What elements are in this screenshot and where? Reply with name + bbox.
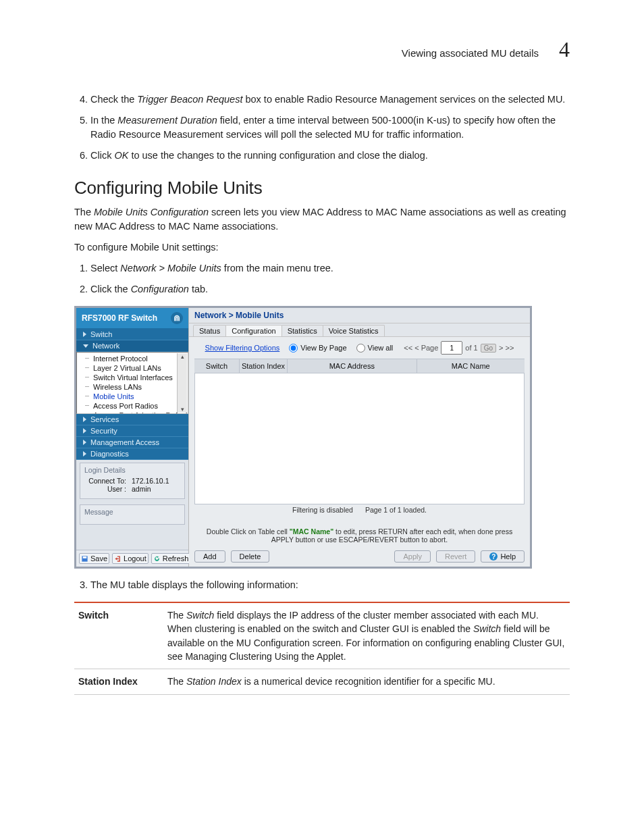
tree-item-layer2-vlans[interactable]: Layer 2 Virtual LANs bbox=[81, 363, 185, 373]
save-icon bbox=[81, 555, 88, 563]
product-title-bar: RFS7000 RF Switch ⋒ bbox=[76, 308, 188, 329]
nav-section-management-access[interactable]: Management Access bbox=[76, 437, 188, 448]
hint-pre: Double Click on Table cell bbox=[207, 527, 290, 536]
tree-item-internet-protocol[interactable]: Internet Protocol bbox=[81, 354, 185, 363]
breadcrumb: Network > Mobile Units bbox=[189, 308, 530, 323]
tree-scrollbar[interactable]: ▴▾ bbox=[177, 353, 187, 413]
refresh-icon bbox=[153, 555, 161, 563]
user-value: admin bbox=[132, 485, 151, 493]
connect-to-value: 172.16.10.1 bbox=[132, 477, 169, 485]
pager: << < Page of 1 Go > >> bbox=[404, 341, 514, 355]
sidebar-button-bar: Save Logout Refresh bbox=[76, 550, 188, 567]
tree-item-access-port-radios[interactable]: Access Port Radios bbox=[81, 401, 185, 411]
step-b1: Select Network > Mobile Units from the m… bbox=[90, 261, 570, 276]
lead-text: To configure Mobile Unit settings: bbox=[74, 240, 570, 255]
delete-button[interactable]: Delete bbox=[231, 550, 270, 563]
pager-next[interactable]: > >> bbox=[499, 344, 514, 352]
pager-prev[interactable]: << < Page bbox=[404, 344, 438, 352]
view-by-page-radio[interactable] bbox=[289, 344, 298, 353]
content-area: Network > Mobile Units Status Configurat… bbox=[189, 308, 530, 567]
nav-section-switch[interactable]: Switch bbox=[76, 329, 188, 340]
user-label: User : bbox=[84, 485, 126, 493]
tab-voice-statistics[interactable]: Voice Statistics bbox=[323, 325, 385, 336]
logout-label: Logout bbox=[124, 554, 146, 563]
chevron-down-icon bbox=[83, 344, 88, 348]
tree-item-wireless-lans[interactable]: Wireless LANs bbox=[81, 382, 185, 392]
step-4: Check the Trigger Beacon Request box to … bbox=[90, 93, 570, 107]
svg-rect-1 bbox=[83, 556, 87, 558]
tab-statistics[interactable]: Statistics bbox=[281, 325, 323, 336]
show-filtering-link[interactable]: Show Filtering Options bbox=[205, 344, 280, 352]
grid-toolbar: Show Filtering Options View By Page View… bbox=[189, 337, 530, 359]
grid-header: Switch Station Index MAC Address MAC Nam… bbox=[194, 359, 525, 373]
nav-section-network[interactable]: Network bbox=[76, 340, 188, 352]
nav-label: Diagnostics bbox=[90, 450, 129, 458]
field-description-table: Switch The Switch field displays the IP … bbox=[74, 602, 570, 694]
steps-list-c: The MU table displays the following info… bbox=[90, 578, 570, 592]
steps-list-b: Select Network > Mobile Units from the m… bbox=[90, 261, 570, 296]
chevron-right-icon bbox=[83, 451, 86, 457]
desc-text: The Switch field displays the IP address… bbox=[163, 602, 570, 669]
desc-row-station-index: Station Index The Station Index is a num… bbox=[74, 669, 570, 694]
desc-name: Switch bbox=[74, 602, 163, 669]
desc-row-switch: Switch The Switch field displays the IP … bbox=[74, 602, 570, 669]
nav-section-services[interactable]: Services bbox=[76, 414, 188, 425]
refresh-label: Refresh bbox=[163, 554, 189, 563]
sidebar: RFS7000 RF Switch ⋒ Switch Network Inter… bbox=[76, 308, 189, 567]
pager-of: of 1 bbox=[465, 344, 477, 352]
col-station-index[interactable]: Station Index bbox=[240, 359, 288, 373]
pager-go-button[interactable]: Go bbox=[481, 344, 496, 353]
refresh-button[interactable]: Refresh bbox=[151, 553, 191, 564]
col-mac-address[interactable]: MAC Address bbox=[288, 359, 417, 373]
save-button[interactable]: Save bbox=[79, 553, 109, 564]
add-button[interactable]: Add bbox=[194, 550, 225, 563]
page-header: Viewing associated MU details 4 bbox=[74, 37, 570, 62]
revert-button[interactable]: Revert bbox=[436, 550, 475, 563]
tab-configuration[interactable]: Configuration bbox=[225, 325, 281, 336]
save-label: Save bbox=[90, 554, 107, 563]
header-title: Viewing associated MU details bbox=[402, 47, 539, 59]
view-all-radio[interactable] bbox=[356, 344, 365, 353]
connect-to-label: Connect To: bbox=[84, 477, 126, 485]
grid-body[interactable] bbox=[194, 373, 525, 504]
nav-label: Services bbox=[90, 415, 119, 423]
nav-label: Management Access bbox=[90, 438, 159, 446]
nav-section-diagnostics[interactable]: Diagnostics bbox=[76, 448, 188, 460]
grid-status-line: Filtering is disabled Page 1 of 1 loaded… bbox=[194, 504, 525, 515]
logout-button[interactable]: Logout bbox=[112, 553, 149, 564]
col-mac-name[interactable]: MAC Name bbox=[417, 359, 525, 373]
brand-logo-icon: ⋒ bbox=[171, 312, 183, 324]
tree-item-access-port-adoption-defaults[interactable]: Access Port Adoption Defaults bbox=[81, 411, 185, 414]
desc-name: Station Index bbox=[74, 669, 163, 694]
page-status: Page 1 of 1 loaded. bbox=[365, 506, 427, 514]
step-b2: Click the Configuration tab. bbox=[90, 282, 570, 296]
login-details-box: Login Details Connect To: 172.16.10.1 Us… bbox=[80, 463, 185, 499]
col-switch[interactable]: Switch bbox=[194, 359, 240, 373]
nav-section-security[interactable]: Security bbox=[76, 425, 188, 437]
view-by-page-label: View By Page bbox=[300, 344, 346, 352]
tree-item-switch-virtual-interfaces[interactable]: Switch Virtual Interfaces bbox=[81, 373, 185, 382]
help-button[interactable]: ? Help bbox=[481, 550, 525, 563]
tree-item-mobile-units[interactable]: Mobile Units bbox=[81, 392, 185, 401]
section-title: Configuring Mobile Units bbox=[74, 178, 570, 199]
step-6: Click OK to use the changes to the runni… bbox=[90, 149, 570, 163]
message-box: Message bbox=[80, 504, 185, 525]
chevron-right-icon bbox=[83, 440, 86, 445]
nav-tree: Internet Protocol Layer 2 Virtual LANs S… bbox=[76, 352, 188, 414]
step-3: The MU table displays the following info… bbox=[90, 578, 570, 592]
app-window: RFS7000 RF Switch ⋒ Switch Network Inter… bbox=[74, 306, 532, 569]
chevron-right-icon bbox=[83, 332, 86, 337]
nav-label: Network bbox=[92, 342, 119, 350]
filter-status: Filtering is disabled bbox=[292, 506, 353, 514]
button-bar: Add Delete Apply Revert ? Help bbox=[189, 548, 530, 567]
pager-page-input[interactable] bbox=[441, 341, 462, 355]
logout-icon bbox=[114, 555, 122, 563]
apply-button[interactable]: Apply bbox=[394, 550, 431, 563]
tab-status[interactable]: Status bbox=[193, 325, 226, 336]
message-title: Message bbox=[84, 508, 180, 516]
tab-bar: Status Configuration Statistics Voice St… bbox=[189, 323, 530, 337]
steps-list-a: Check the Trigger Beacon Request box to … bbox=[90, 93, 570, 163]
chapter-number: 4 bbox=[559, 37, 570, 62]
help-label: Help bbox=[500, 552, 516, 561]
edit-hint: Double Click on Table cell "MAC Name" to… bbox=[189, 515, 530, 548]
